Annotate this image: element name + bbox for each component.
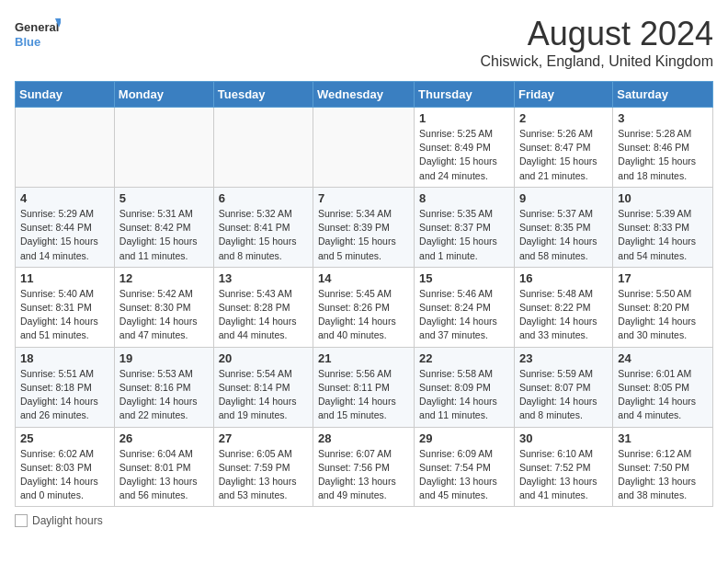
calendar-cell: [213, 108, 313, 188]
day-info: Sunrise: 5:35 AM Sunset: 8:37 PM Dayligh…: [419, 207, 509, 263]
calendar-cell: 29Sunrise: 6:09 AM Sunset: 7:54 PM Dayli…: [415, 427, 515, 507]
day-info: Sunrise: 6:10 AM Sunset: 7:52 PM Dayligh…: [519, 447, 608, 503]
col-header-friday: Friday: [514, 82, 612, 108]
week-row-2: 4Sunrise: 5:29 AM Sunset: 8:44 PM Daylig…: [16, 187, 713, 267]
day-number: 3: [618, 111, 708, 125]
day-number: 22: [419, 351, 509, 365]
day-number: 24: [618, 351, 708, 365]
day-info: Sunrise: 5:40 AM Sunset: 8:31 PM Dayligh…: [20, 287, 109, 343]
calendar-cell: 30Sunrise: 6:10 AM Sunset: 7:52 PM Dayli…: [514, 427, 612, 507]
calendar-cell: 22Sunrise: 5:58 AM Sunset: 8:09 PM Dayli…: [415, 347, 515, 427]
footer: Daylight hours: [15, 514, 713, 527]
day-number: 27: [219, 431, 308, 445]
calendar-cell: 20Sunrise: 5:54 AM Sunset: 8:14 PM Dayli…: [213, 347, 313, 427]
day-info: Sunrise: 5:42 AM Sunset: 8:30 PM Dayligh…: [119, 287, 209, 343]
day-number: 17: [618, 271, 708, 285]
calendar-cell: 24Sunrise: 6:01 AM Sunset: 8:05 PM Dayli…: [613, 347, 713, 427]
day-number: 10: [618, 191, 708, 205]
day-info: Sunrise: 6:12 AM Sunset: 7:50 PM Dayligh…: [618, 447, 708, 503]
calendar-cell: 5Sunrise: 5:31 AM Sunset: 8:42 PM Daylig…: [114, 187, 213, 267]
calendar-cell: 25Sunrise: 6:02 AM Sunset: 8:03 PM Dayli…: [16, 427, 115, 507]
calendar-cell: 9Sunrise: 5:37 AM Sunset: 8:35 PM Daylig…: [514, 187, 612, 267]
logo: General Blue: [15, 15, 61, 55]
calendar-cell: 14Sunrise: 5:45 AM Sunset: 8:26 PM Dayli…: [313, 267, 415, 347]
calendar-cell: 28Sunrise: 6:07 AM Sunset: 7:56 PM Dayli…: [313, 427, 415, 507]
day-number: 2: [519, 111, 608, 125]
day-number: 20: [219, 351, 308, 365]
calendar-cell: 8Sunrise: 5:35 AM Sunset: 8:37 PM Daylig…: [415, 187, 515, 267]
day-number: 26: [119, 431, 209, 445]
calendar-cell: 23Sunrise: 5:59 AM Sunset: 8:07 PM Dayli…: [514, 347, 612, 427]
col-header-saturday: Saturday: [613, 82, 713, 108]
day-number: 11: [20, 271, 109, 285]
title-block: August 2024 Chiswick, England, United Ki…: [481, 15, 713, 70]
day-info: Sunrise: 5:31 AM Sunset: 8:42 PM Dayligh…: [119, 207, 209, 263]
day-number: 1: [419, 111, 509, 125]
calendar-cell: 13Sunrise: 5:43 AM Sunset: 8:28 PM Dayli…: [213, 267, 313, 347]
col-header-wednesday: Wednesday: [313, 82, 415, 108]
week-row-1: 1Sunrise: 5:25 AM Sunset: 8:49 PM Daylig…: [16, 108, 713, 188]
day-number: 6: [219, 191, 308, 205]
day-info: Sunrise: 5:51 AM Sunset: 8:18 PM Dayligh…: [20, 367, 109, 423]
logo-svg: General Blue: [15, 15, 61, 55]
day-info: Sunrise: 6:09 AM Sunset: 7:54 PM Dayligh…: [419, 447, 509, 503]
calendar-cell: [16, 108, 115, 188]
day-info: Sunrise: 5:37 AM Sunset: 8:35 PM Dayligh…: [519, 207, 608, 263]
day-number: 15: [419, 271, 509, 285]
day-number: 9: [519, 191, 608, 205]
week-row-5: 25Sunrise: 6:02 AM Sunset: 8:03 PM Dayli…: [16, 427, 713, 507]
daylight-legend: Daylight hours: [15, 514, 103, 527]
day-info: Sunrise: 6:07 AM Sunset: 7:56 PM Dayligh…: [318, 447, 409, 503]
day-info: Sunrise: 5:53 AM Sunset: 8:16 PM Dayligh…: [119, 367, 209, 423]
day-number: 5: [119, 191, 209, 205]
calendar-table: SundayMondayTuesdayWednesdayThursdayFrid…: [15, 81, 713, 507]
day-info: Sunrise: 5:39 AM Sunset: 8:33 PM Dayligh…: [618, 207, 708, 263]
day-info: Sunrise: 5:54 AM Sunset: 8:14 PM Dayligh…: [219, 367, 308, 423]
day-info: Sunrise: 6:01 AM Sunset: 8:05 PM Dayligh…: [618, 367, 708, 423]
day-info: Sunrise: 5:45 AM Sunset: 8:26 PM Dayligh…: [318, 287, 409, 343]
day-number: 7: [318, 191, 409, 205]
day-info: Sunrise: 6:02 AM Sunset: 8:03 PM Dayligh…: [20, 447, 109, 503]
day-number: 25: [20, 431, 109, 445]
calendar-cell: 10Sunrise: 5:39 AM Sunset: 8:33 PM Dayli…: [613, 187, 713, 267]
day-number: 13: [219, 271, 308, 285]
day-number: 18: [20, 351, 109, 365]
day-info: Sunrise: 5:59 AM Sunset: 8:07 PM Dayligh…: [519, 367, 608, 423]
header-row: SundayMondayTuesdayWednesdayThursdayFrid…: [16, 82, 713, 108]
week-row-3: 11Sunrise: 5:40 AM Sunset: 8:31 PM Dayli…: [16, 267, 713, 347]
day-number: 8: [419, 191, 509, 205]
calendar-cell: [114, 108, 213, 188]
calendar-cell: 1Sunrise: 5:25 AM Sunset: 8:49 PM Daylig…: [415, 108, 515, 188]
col-header-sunday: Sunday: [16, 82, 115, 108]
day-info: Sunrise: 5:26 AM Sunset: 8:47 PM Dayligh…: [519, 127, 608, 183]
day-info: Sunrise: 6:04 AM Sunset: 8:01 PM Dayligh…: [119, 447, 209, 503]
calendar-cell: 3Sunrise: 5:28 AM Sunset: 8:46 PM Daylig…: [613, 108, 713, 188]
day-number: 14: [318, 271, 409, 285]
day-number: 21: [318, 351, 409, 365]
day-number: 12: [119, 271, 209, 285]
calendar-cell: 19Sunrise: 5:53 AM Sunset: 8:16 PM Dayli…: [114, 347, 213, 427]
col-header-monday: Monday: [114, 82, 213, 108]
calendar-cell: [313, 108, 415, 188]
day-info: Sunrise: 5:50 AM Sunset: 8:20 PM Dayligh…: [618, 287, 708, 343]
calendar-cell: 4Sunrise: 5:29 AM Sunset: 8:44 PM Daylig…: [16, 187, 115, 267]
calendar-cell: 6Sunrise: 5:32 AM Sunset: 8:41 PM Daylig…: [213, 187, 313, 267]
day-number: 31: [618, 431, 708, 445]
month-title: August 2024: [481, 15, 713, 53]
day-info: Sunrise: 5:46 AM Sunset: 8:24 PM Dayligh…: [419, 287, 509, 343]
calendar-cell: 2Sunrise: 5:26 AM Sunset: 8:47 PM Daylig…: [514, 108, 612, 188]
day-number: 23: [519, 351, 608, 365]
calendar-cell: 21Sunrise: 5:56 AM Sunset: 8:11 PM Dayli…: [313, 347, 415, 427]
svg-text:Blue: Blue: [15, 35, 40, 49]
day-info: Sunrise: 5:43 AM Sunset: 8:28 PM Dayligh…: [219, 287, 308, 343]
calendar-cell: 7Sunrise: 5:34 AM Sunset: 8:39 PM Daylig…: [313, 187, 415, 267]
calendar-cell: 11Sunrise: 5:40 AM Sunset: 8:31 PM Dayli…: [16, 267, 115, 347]
day-info: Sunrise: 5:58 AM Sunset: 8:09 PM Dayligh…: [419, 367, 509, 423]
day-number: 4: [20, 191, 109, 205]
day-info: Sunrise: 5:29 AM Sunset: 8:44 PM Dayligh…: [20, 207, 109, 263]
subtitle: Chiswick, England, United Kingdom: [481, 53, 713, 70]
col-header-thursday: Thursday: [415, 82, 515, 108]
calendar-cell: 17Sunrise: 5:50 AM Sunset: 8:20 PM Dayli…: [613, 267, 713, 347]
day-info: Sunrise: 5:32 AM Sunset: 8:41 PM Dayligh…: [219, 207, 308, 263]
day-number: 28: [318, 431, 409, 445]
